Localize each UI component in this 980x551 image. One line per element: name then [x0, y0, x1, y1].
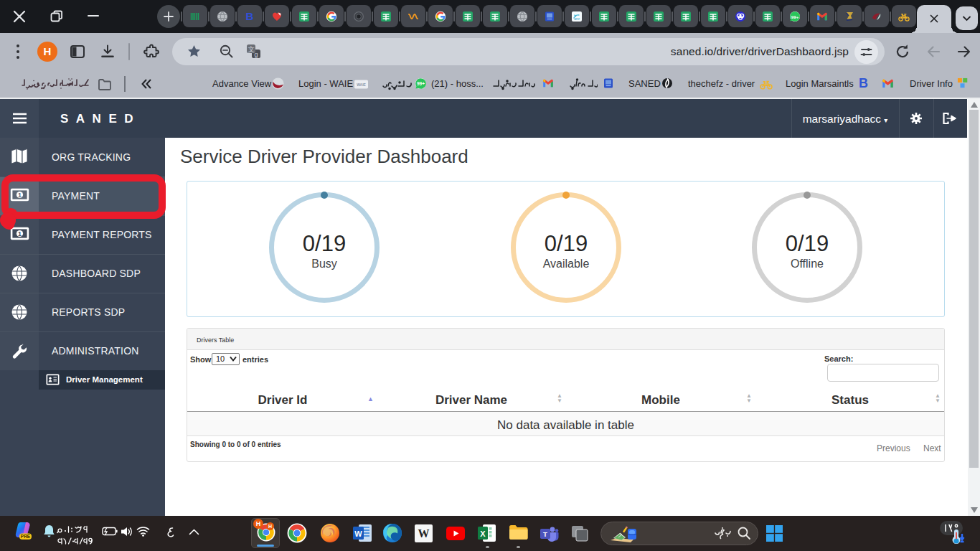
svg-text:文: 文 — [248, 45, 255, 53]
svg-text:PRE: PRE — [21, 534, 31, 539]
svg-text:1: 1 — [18, 230, 22, 237]
svg-text:T: T — [543, 530, 547, 538]
svg-text:W: W — [354, 529, 362, 538]
svg-text:X: X — [480, 529, 486, 538]
